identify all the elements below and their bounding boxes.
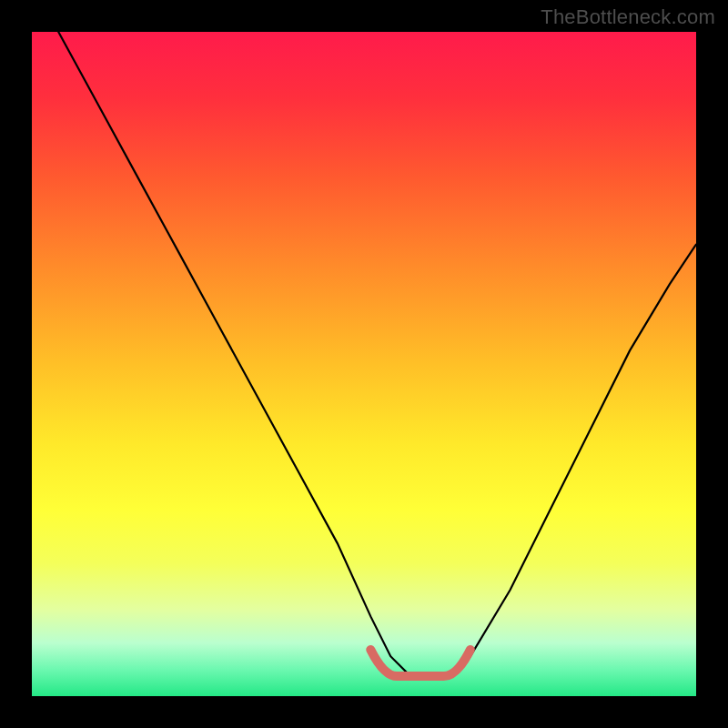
watermark-text: TheBottleneck.com <box>541 5 715 29</box>
gradient-background <box>32 32 696 696</box>
chart-frame: TheBottleneck.com <box>0 0 728 728</box>
bottleneck-chart <box>32 32 696 696</box>
